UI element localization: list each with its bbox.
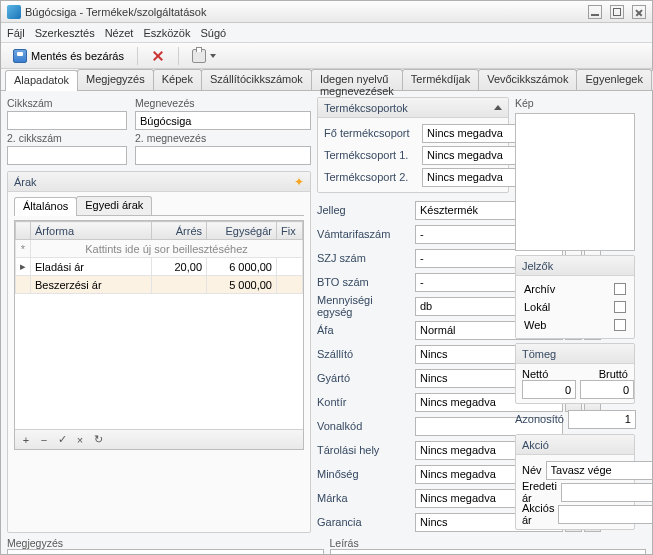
tab-egyenlegek[interactable]: Egyenlegek [576,69,652,90]
tab-idegen-nyelvu[interactable]: Idegen nyelvű megnevezések [311,69,403,90]
brutto-label: Bruttó [599,368,628,380]
action-title: Akció [522,439,549,451]
menu-view[interactable]: Nézet [105,27,134,39]
save-close-label: Mentés és bezárás [31,50,124,62]
main-tab-bar: Alapadatok Megjegyzés Képek Szállítócikk… [1,69,652,91]
netto-label: Nettó [522,368,548,380]
szj-label: SZJ szám [317,252,411,264]
action-name-combo[interactable] [546,461,652,480]
minoseg-label: Minőség [317,468,411,480]
tab-termekdijak[interactable]: Termékdíjak [402,69,479,90]
sku2-label: 2. cikkszám [7,132,127,144]
save-and-close-button[interactable]: Mentés és bezárás [7,46,130,66]
afa-label: Áfa [317,324,411,336]
window-minimize-button[interactable] [588,5,602,19]
orig-price-label: Eredeti ár [522,480,557,504]
netto-input[interactable] [522,380,576,399]
product-image-box[interactable] [515,113,635,251]
name-label: Megnevezés [135,97,311,109]
kontir-label: Kontír [317,396,411,408]
description-label: Leírás [330,537,647,549]
flag-archive-checkbox[interactable] [614,283,626,295]
id-label: Azonosító [515,413,564,425]
tab-szallitocikkszamok[interactable]: Szállítócikkszámok [201,69,312,90]
vonalkod-label: Vonalkód [317,420,411,432]
menu-file[interactable]: Fájl [7,27,25,39]
subtab-egyedi-arak[interactable]: Egyedi árak [76,196,152,215]
gyarto-label: Gyártó [317,372,411,384]
grid-commit-button[interactable]: ✓ [55,433,69,447]
print-icon [192,49,206,63]
tab-megjegyzes[interactable]: Megjegyzés [77,69,154,90]
tarolasi-label: Tárolási hely [317,444,411,456]
col-egysegar[interactable]: Egységár [207,222,277,240]
grid-cancel-button[interactable]: × [73,433,87,447]
me-label: Mennyiségi egység [317,294,411,318]
window-title: Búgócsiga - Termékek/szolgáltatások [25,6,588,18]
jelleg-label: Jelleg [317,204,411,216]
menu-help[interactable]: Súgó [200,27,226,39]
save-icon [13,49,27,63]
print-button[interactable] [186,46,222,66]
menu-tools[interactable]: Eszközök [143,27,190,39]
menu-edit[interactable]: Szerkesztés [35,27,95,39]
col-arres[interactable]: Árrés [152,222,207,240]
prices-group-title: Árak [14,176,37,188]
tab-vevocikkszamok[interactable]: Vevőcikkszámok [478,69,577,90]
main-group-label: Fő termékcsoport [324,127,418,139]
app-icon [7,5,21,19]
grid-add-button[interactable]: + [19,433,33,447]
group1-label: Termékcsoport 1. [324,149,418,161]
orig-price-input[interactable] [561,483,652,502]
disc-price-input[interactable] [558,505,652,524]
flags-title: Jelzők [522,260,553,272]
grid-refresh-button[interactable]: ↻ [91,433,105,447]
marka-label: Márka [317,492,411,504]
chevron-down-icon [210,54,216,58]
bto-label: BTO szám [317,276,411,288]
action-name-label: Név [522,464,542,476]
delete-icon [151,49,165,63]
group2-label: Termékcsoport 2. [324,171,418,183]
toolbar: Mentés és bezárás [1,43,652,69]
sku2-input[interactable] [7,146,127,165]
col-arforma[interactable]: Árforma [31,222,152,240]
collapse-icon[interactable] [494,105,502,110]
subtab-altalanos[interactable]: Általános [14,197,77,216]
delete-button[interactable] [145,46,171,66]
col-fix[interactable]: Fix [277,222,303,240]
name2-input[interactable] [135,146,311,165]
flag-archive-label: Archív [524,283,555,295]
sku-label: Cikkszám [7,97,127,109]
grid-navigator: + − ✓ × ↻ [15,429,303,449]
description-textarea[interactable] [330,549,647,554]
tab-alapadatok[interactable]: Alapadatok [5,70,78,91]
image-label: Kép [515,97,635,109]
name-input[interactable] [135,111,311,130]
product-groups-title: Termékcsoportok [324,102,408,114]
flag-web-label: Web [524,319,546,331]
vam-label: Vámtarifaszám [317,228,411,240]
window-close-button[interactable] [632,5,646,19]
tab-kepek[interactable]: Képek [153,69,202,90]
garancia-label: Garancia [317,516,411,528]
sku-input[interactable] [7,111,127,130]
grid-remove-button[interactable]: − [37,433,51,447]
id-input[interactable] [568,410,636,429]
flag-local-checkbox[interactable] [614,301,626,313]
prices-grid[interactable]: Árforma Árrés Egységár Fix *Kattints ide… [15,221,303,294]
menu-bar: Fájl Szerkesztés Nézet Eszközök Súgó [1,23,652,43]
refresh-icon[interactable]: ✦ [294,175,304,189]
note-textarea[interactable] [7,549,324,554]
weight-title: Tömeg [522,348,556,360]
window-maximize-button[interactable] [610,5,624,19]
disc-price-label: Akciós ár [522,502,554,526]
brutto-input[interactable] [580,380,634,399]
table-row[interactable]: ▸ Eladási ár 20,00 6 000,00 [16,258,303,276]
szallito-label: Szállító [317,348,411,360]
flag-local-label: Lokál [524,301,550,313]
name2-label: 2. megnevezés [135,132,311,144]
grid-hint[interactable]: Kattints ide új sor beillesztéséhez [31,240,303,258]
table-row[interactable]: Beszerzési ár 5 000,00 [16,276,303,294]
flag-web-checkbox[interactable] [614,319,626,331]
